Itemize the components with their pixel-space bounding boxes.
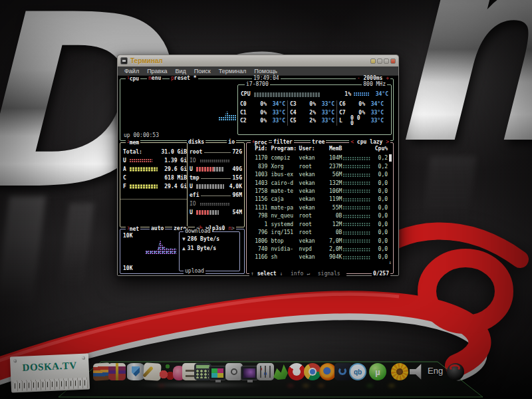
mem-available-bar bbox=[130, 167, 158, 172]
mem-box-label[interactable]: 2mem bbox=[126, 140, 140, 146]
power-icon[interactable] bbox=[447, 363, 464, 380]
interval-minus-button[interactable]: - bbox=[357, 75, 360, 81]
scroll-down-icon[interactable]: ↓ bbox=[388, 260, 392, 265]
menu-item[interactable]: Файл bbox=[120, 68, 143, 74]
mem-total-row: Total:31.0 GiB bbox=[123, 148, 187, 156]
cpu-history-graph bbox=[219, 107, 236, 120]
menu-item[interactable]: Терминал bbox=[215, 68, 250, 74]
dock-reflection bbox=[80, 382, 479, 396]
cpu-frequency: 800 MHz bbox=[362, 82, 387, 87]
core-cell: C20%33°C bbox=[240, 117, 285, 126]
menu-item[interactable]: Правка bbox=[143, 68, 171, 74]
net-graph bbox=[146, 239, 176, 255]
mem-total-value: 31.0 GiB bbox=[161, 150, 187, 155]
filter-button[interactable]: filter bbox=[272, 140, 294, 145]
window-controls bbox=[370, 59, 396, 64]
window-button-minimize[interactable] bbox=[377, 59, 382, 64]
preset-button[interactable]: preset * bbox=[170, 76, 198, 81]
backup-shield-icon[interactable] bbox=[127, 363, 144, 380]
proc-box-label[interactable]: 4proc bbox=[251, 140, 269, 146]
menu-item[interactable]: Поиск bbox=[190, 68, 215, 74]
proc-row[interactable]: 1758 mate-te vekan 106M 0,0 bbox=[248, 188, 388, 196]
window-button-maximize[interactable] bbox=[384, 59, 389, 64]
disk-used-row: U4,0K bbox=[190, 182, 242, 191]
disks-divider bbox=[187, 143, 188, 227]
proc-row[interactable]: 1131 mate-pa vekan 55M 0,0 bbox=[248, 204, 388, 212]
screensaver-icon[interactable] bbox=[241, 366, 258, 380]
language-indicator[interactable]: Eng bbox=[428, 366, 443, 376]
control-center-icon[interactable] bbox=[257, 363, 274, 380]
proc-row[interactable]: 839 Xorg root 237M 0,2 bbox=[248, 162, 388, 170]
menu-item[interactable]: Помощь bbox=[250, 68, 281, 74]
io-mode-button[interactable]: io bbox=[227, 140, 236, 145]
mem-box: 2mem disks io Total:31.0 GiB U1.39 Gi A2… bbox=[120, 142, 245, 227]
disk-used-bar bbox=[196, 210, 209, 215]
safe-dial bbox=[231, 368, 237, 375]
disk-used-bar bbox=[196, 167, 213, 172]
proc-row[interactable]: 740 nvidia- nvpd 2,0M 0,0 bbox=[248, 245, 388, 253]
proc-row[interactable]: 798 nv_queu root 0B 0,0 bbox=[248, 212, 388, 220]
qbittorrent-icon[interactable]: qb bbox=[349, 363, 366, 380]
interval-plus-button[interactable]: + bbox=[386, 75, 389, 81]
utorrent-icon[interactable]: µ bbox=[369, 363, 386, 380]
purple-screen bbox=[243, 368, 255, 378]
proc-scrollbar[interactable] bbox=[389, 154, 392, 162]
disks-label[interactable]: disks bbox=[187, 140, 205, 145]
download-box: download ▼286 Byte/s ▲31 Byte/s upload bbox=[179, 231, 240, 271]
proc-row[interactable]: 1 systemd root 12M 0,0 bbox=[248, 221, 388, 229]
proc-mini-graph bbox=[343, 157, 370, 160]
menu-item[interactable]: Вид bbox=[172, 68, 190, 74]
upload-label: upload bbox=[184, 269, 205, 274]
proc-mini-graph bbox=[343, 174, 370, 177]
window-title: Терминал bbox=[130, 57, 163, 65]
disk-free-bar bbox=[196, 184, 224, 189]
proc-mini-graph bbox=[343, 231, 370, 235]
winrar-strap bbox=[116, 363, 118, 380]
menu-button[interactable]: menu bbox=[147, 76, 162, 81]
proc-header: Pid: Program: User: MemB Cpu% bbox=[248, 146, 388, 152]
core-cell: C10%33°C bbox=[240, 109, 285, 118]
proc-row[interactable]: 1156 caja vekan 119M 0,0 bbox=[248, 196, 388, 203]
mem-stats: Total:31.0 GiB U1.39 Gi A29.6 Gi C618 Mi… bbox=[123, 148, 187, 191]
disks-panel: root72G IO U49G tmp15G U4,0K efi96M IO U… bbox=[190, 148, 242, 217]
auto-button[interactable]: auto bbox=[150, 226, 165, 231]
terminal-window: Терминал ФайлПравкаВидПоискТерминалПомощ… bbox=[117, 55, 399, 276]
proc-row[interactable]: 796 irq/151 root 0B 0,0 bbox=[248, 229, 388, 237]
proc-footer: ↑ select ↓ info ↵ signals bbox=[249, 271, 346, 277]
disk-io-row: IO bbox=[190, 156, 242, 165]
proc-mini-graph bbox=[343, 223, 370, 226]
signals-button[interactable]: signals bbox=[318, 271, 340, 277]
blue-arc bbox=[338, 367, 346, 375]
select-button[interactable]: ↑ select ↓ bbox=[251, 271, 283, 277]
proc-mini-graph bbox=[343, 248, 370, 251]
window-button-close[interactable] bbox=[390, 59, 396, 64]
info-button[interactable]: info ↵ bbox=[291, 271, 310, 277]
proc-row[interactable]: 1403 cairo-d vekan 132M 0,0 bbox=[248, 179, 388, 187]
proc-row[interactable]: 1166 sh vekan 904K 0,0 bbox=[248, 253, 388, 261]
cpu-mini-graph bbox=[354, 92, 370, 96]
yandex-center bbox=[293, 368, 301, 376]
disk-used-row: U49G bbox=[190, 165, 242, 174]
doska-sign: Doska.tv bbox=[10, 353, 90, 392]
download-rate: ▼286 Byte/s bbox=[180, 235, 239, 243]
winrar-icon[interactable] bbox=[108, 363, 126, 380]
proc-mini-graph bbox=[343, 198, 370, 201]
cpu-box-label[interactable]: 1cpu bbox=[126, 76, 140, 82]
tree-button[interactable]: tree bbox=[311, 140, 326, 145]
sort-control[interactable]: < cpu lazy > bbox=[349, 140, 390, 145]
window-titlebar[interactable]: Терминал bbox=[118, 55, 398, 66]
proc-row[interactable]: 1003 ibus-ex vekan 56M 0,0 bbox=[248, 171, 388, 179]
shield-icon bbox=[132, 366, 140, 376]
window-button-shade[interactable] bbox=[370, 59, 376, 64]
net-box-label[interactable]: 3net bbox=[126, 226, 140, 232]
proc-row[interactable]: 1170 compiz vekan 104M 0,2 bbox=[248, 154, 388, 162]
xnview-icon[interactable] bbox=[391, 363, 408, 380]
io-graph bbox=[200, 160, 229, 162]
proc-row[interactable]: 1806 btop vekan 7,0M 0,0 bbox=[248, 237, 388, 245]
disk-free-bar bbox=[209, 210, 219, 215]
proc-mini-graph bbox=[343, 215, 370, 218]
core-grid: C00%34°C C10%33°C C20%33°C C30%33°C C42%… bbox=[238, 100, 391, 126]
yandex-browser-icon[interactable] bbox=[288, 363, 305, 380]
display-settings-icon[interactable] bbox=[209, 366, 226, 380]
net-scale-top: 10K bbox=[123, 233, 132, 239]
